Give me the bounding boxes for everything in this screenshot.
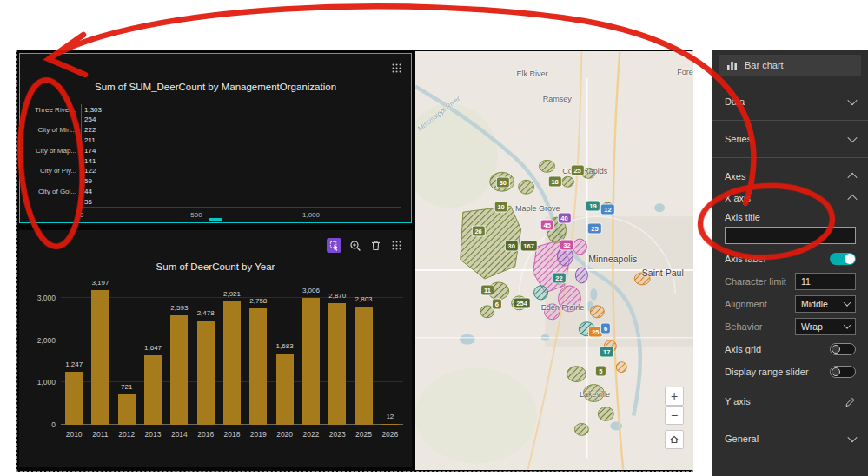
map-count-badge[interactable]: 10 xyxy=(494,201,507,212)
bar-value-label: 1,303 xyxy=(84,106,102,114)
chart-type-header[interactable]: Bar chart xyxy=(719,55,861,76)
bar[interactable] xyxy=(65,372,83,425)
x-axis-tick-label: 2011 xyxy=(92,430,108,439)
chart-card-year[interactable]: Sum of DeerCount by Year 01,0002,0003,00… xyxy=(19,230,412,467)
map-home-button[interactable] xyxy=(665,430,684,449)
bar[interactable] xyxy=(328,303,346,425)
bar-row[interactable]: 44 xyxy=(82,188,92,195)
bar-value-label: 36 xyxy=(84,198,92,206)
section-label: Y axis xyxy=(725,396,751,407)
edit-pencil-icon[interactable] xyxy=(845,396,856,407)
map-place-label: Saint Paul xyxy=(642,268,684,278)
map-count-badge[interactable]: 19 xyxy=(586,200,600,211)
bar[interactable] xyxy=(249,308,267,425)
bar[interactable] xyxy=(118,394,136,425)
bar-row[interactable]: 36 xyxy=(82,198,92,205)
x-axis-labels: 2010201120122013201420162018201920202022… xyxy=(61,430,403,440)
bar[interactable] xyxy=(170,315,188,425)
behavior-select[interactable]: Wrap xyxy=(795,318,856,335)
section-data[interactable]: Data xyxy=(712,90,868,113)
map-count-badge[interactable]: 30 xyxy=(496,176,510,188)
bar-chart-icon xyxy=(726,60,738,71)
y-axis-category-label: City of Gol... xyxy=(38,187,76,195)
map-count-badge[interactable]: 22 xyxy=(552,272,566,283)
map-count-badge[interactable]: 167 xyxy=(520,241,538,252)
section-axes[interactable]: Axes xyxy=(712,165,868,188)
bar-row[interactable]: 222 xyxy=(82,127,96,134)
section-label: X axis xyxy=(725,193,751,203)
bar[interactable] xyxy=(91,290,109,425)
map-count-badge[interactable]: 32 xyxy=(560,240,573,251)
map-place-label: Fore xyxy=(677,68,693,76)
map-count-badge[interactable]: 25 xyxy=(587,222,601,234)
map-count-badge[interactable]: 26 xyxy=(471,225,485,236)
map-count-badge[interactable]: 17 xyxy=(600,347,613,358)
map-panel[interactable]: Elk RiverRamseyCoon RapidsMaple GroveMin… xyxy=(415,51,693,470)
bar-row[interactable]: 59 xyxy=(82,178,92,185)
axis-label-toggle[interactable] xyxy=(830,253,856,265)
bar[interactable] xyxy=(223,301,241,425)
bar-value-label: 59 xyxy=(84,177,92,185)
character-limit-label: Character limit xyxy=(725,276,786,287)
x-axis-tick-label: 1,000 xyxy=(302,211,320,219)
behavior-value: Wrap xyxy=(801,321,823,332)
map-count-badge[interactable]: 45 xyxy=(540,220,554,231)
map-count-badge[interactable]: 40 xyxy=(557,212,571,223)
bar-row[interactable]: 122 xyxy=(82,168,96,175)
map-count-badge[interactable]: 5 xyxy=(595,365,606,376)
bar[interactable] xyxy=(276,354,294,425)
map-count-badge[interactable]: 254 xyxy=(513,298,531,309)
bar-row[interactable]: 1,303 xyxy=(82,106,102,113)
bar-value-label: 3,197 xyxy=(91,279,109,287)
zoom-in-button[interactable] xyxy=(348,238,362,253)
bar[interactable] xyxy=(355,307,373,425)
bar-value-label: 2,921 xyxy=(223,290,241,298)
bar-row[interactable]: 254 xyxy=(82,116,96,123)
section-y-axis[interactable]: Y axis xyxy=(712,390,868,413)
map-count-badge[interactable]: 25 xyxy=(570,164,584,175)
chevron-down-icon xyxy=(847,433,857,442)
axis-grid-toggle[interactable] xyxy=(830,343,856,355)
bar[interactable] xyxy=(381,424,399,425)
map-count-badge[interactable]: 12 xyxy=(600,204,614,215)
bar[interactable] xyxy=(197,321,215,425)
map-count-badge[interactable]: 11 xyxy=(480,285,494,296)
map-place-label: Eden Prairie xyxy=(541,303,585,312)
bar[interactable] xyxy=(302,298,320,425)
bar-value-label: 1,247 xyxy=(65,360,83,368)
character-limit-row: Character limit xyxy=(712,270,868,293)
select-tool-button[interactable] xyxy=(327,238,341,253)
y-axis-tick-label: 0 xyxy=(51,420,56,429)
section-series[interactable]: Series xyxy=(712,128,868,150)
bar-row[interactable]: 141 xyxy=(82,157,96,164)
range-slider-toggle[interactable] xyxy=(830,366,856,378)
y-axis-category-label: Three River... xyxy=(35,105,76,113)
trash-button[interactable] xyxy=(368,238,383,253)
map-zoom-out-button[interactable]: − xyxy=(665,406,684,425)
drag-handle-icon[interactable] xyxy=(389,61,403,75)
axis-grid-label: Axis grid xyxy=(725,344,761,354)
chart-card-management-org[interactable]: Sum of SUM_DeerCount by ManagementOrgani… xyxy=(19,53,412,223)
drag-handle-icon[interactable] xyxy=(389,238,404,253)
divider xyxy=(712,120,868,121)
character-limit-input[interactable] xyxy=(795,273,856,290)
section-general[interactable]: General xyxy=(712,427,868,450)
bar[interactable] xyxy=(144,355,162,425)
section-x-axis[interactable]: X axis xyxy=(712,188,868,208)
range-slider-row: Display range slider xyxy=(712,360,868,383)
map-zoom-in-button[interactable]: + xyxy=(665,387,684,406)
bar-row[interactable]: 211 xyxy=(82,136,96,143)
bar-value-label: 721 xyxy=(121,383,132,391)
map-count-badge[interactable]: 30 xyxy=(505,241,519,252)
scroll-indicator[interactable] xyxy=(209,218,222,221)
divider xyxy=(712,420,868,420)
bar-row[interactable]: 174 xyxy=(82,147,96,154)
map-count-badge[interactable]: 18 xyxy=(547,175,561,187)
chevron-up-icon xyxy=(847,195,857,204)
map-count-badge[interactable]: 6 xyxy=(492,299,502,310)
alignment-select[interactable]: Middle xyxy=(795,295,856,313)
map-count-badge[interactable]: 6 xyxy=(600,323,611,334)
axis-title-input[interactable] xyxy=(725,227,856,244)
chevron-up-icon xyxy=(847,173,857,182)
grid-dots-icon xyxy=(391,240,402,251)
